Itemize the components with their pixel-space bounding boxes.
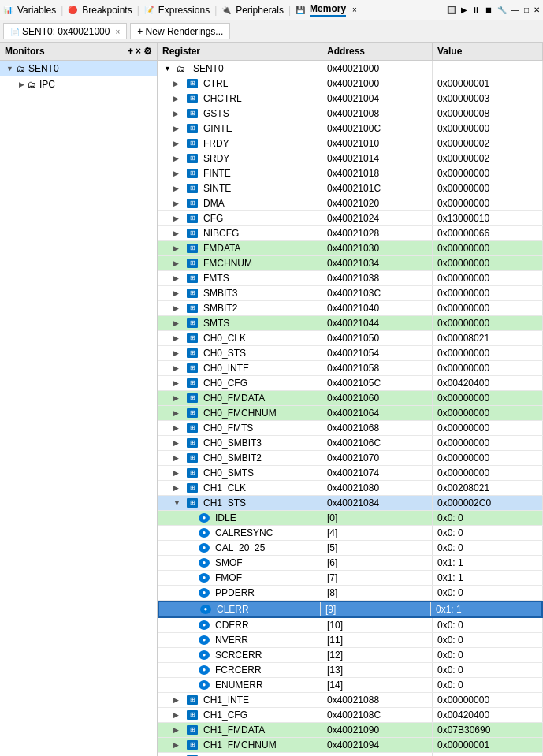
table-row[interactable]: ●IDLE[0]0x0: 0: [158, 511, 543, 526]
table-row[interactable]: ●CLERR[9]0x1: 1: [158, 601, 543, 618]
sidebar-item-ipc[interactable]: ▶ 🗂 IPC: [0, 76, 157, 92]
expand-chevron-icon[interactable]: ▶: [173, 155, 181, 162]
add-monitor-button[interactable]: +: [128, 46, 133, 57]
table-row[interactable]: ▶⊞SMBIT20x400210400x00000000: [158, 301, 543, 316]
table-row[interactable]: ▶⊞CH0_SMBIT30x4002106C0x00000000: [158, 436, 543, 451]
tab-peripherals[interactable]: Peripherals: [236, 5, 284, 16]
expand-chevron-icon[interactable]: ▶: [173, 726, 181, 734]
expand-chevron-icon[interactable]: ▶: [173, 95, 181, 102]
table-row[interactable]: ●SCRCERR[12]0x0: 0: [158, 648, 543, 663]
table-row[interactable]: ▶⊞NIBCFG0x400210280x00000066: [158, 226, 543, 241]
table-row[interactable]: ▶⊞CH0_FMCHNUM0x400210640x00000000: [158, 406, 543, 421]
table-row[interactable]: ▶⊞CH0_CFG0x4002105C0x00420400: [158, 376, 543, 391]
table-row[interactable]: ●CAL_20_25[5]0x0: 0: [158, 541, 543, 556]
address-tab-close[interactable]: ×: [115, 28, 120, 36]
table-row[interactable]: ▶⊞CH1_INTE0x400210880x00000000: [158, 693, 543, 708]
expand-chevron-icon[interactable]: ▶: [173, 274, 181, 282]
expand-chevron-icon[interactable]: ▼: [164, 65, 171, 73]
table-row[interactable]: ▶⊞CH0_INTE0x400210580x00000000: [158, 361, 543, 376]
sidebar-item-sent0[interactable]: ▼ 🗂 SENT0: [0, 61, 157, 76]
expand-chevron-icon[interactable]: ▶: [173, 80, 181, 88]
expand-chevron-icon[interactable]: ▶: [173, 711, 181, 719]
table-row[interactable]: ▶⊞CTRL0x400210000x00000001: [158, 76, 543, 91]
expand-chevron-icon[interactable]: ▶: [173, 244, 181, 252]
table-row[interactable]: ●CDERR[10]0x0: 0: [158, 618, 543, 633]
expand-chevron-icon[interactable]: ▶: [173, 334, 181, 342]
expand-chevron-icon[interactable]: ▶: [173, 379, 181, 387]
expand-chevron-icon[interactable]: ▶: [173, 229, 181, 237]
table-row[interactable]: ●FCRCERR[13]0x0: 0: [158, 663, 543, 678]
table-row[interactable]: ▶⊞CH0_SMBIT20x400210700x00000000: [158, 451, 543, 466]
table-row[interactable]: ▶⊞SMBIT30x4002103C0x00000000: [158, 286, 543, 301]
table-row[interactable]: ▶⊞FRDY0x400210100x00000002: [158, 136, 543, 151]
toolbar-icon-4[interactable]: ⏹: [485, 6, 493, 14]
expand-chevron-icon[interactable]: ▶: [173, 469, 181, 477]
toolbar-icon-5[interactable]: 🔧: [497, 6, 507, 14]
table-row[interactable]: ▶⊞DMA0x400210200x00000000: [158, 196, 543, 211]
new-renderings-tab[interactable]: + New Renderings...: [130, 23, 230, 39]
toolbar-icon-1[interactable]: 🔲: [447, 6, 456, 14]
table-row[interactable]: ▶⊞CHCTRL0x400210040x00000003: [158, 91, 543, 106]
table-row[interactable]: ▶⊞GINTE0x4002100C0x00000000: [158, 121, 543, 136]
table-row[interactable]: ▼🗂SENT00x40021000: [158, 61, 543, 76]
table-row[interactable]: ▶⊞CH1_CFG0x4002108C0x00420400: [158, 708, 543, 723]
expand-chevron-icon[interactable]: ▶: [173, 696, 181, 704]
maximize-icon[interactable]: □: [524, 6, 529, 14]
table-row[interactable]: ▶⊞CH0_FMDATA0x400210600x00000000: [158, 391, 543, 406]
expand-chevron-icon[interactable]: ▶: [173, 259, 181, 267]
table-row[interactable]: ●SMOF[6]0x1: 1: [158, 556, 543, 571]
toolbar-icon-2[interactable]: ▶: [461, 6, 467, 14]
minimize-icon[interactable]: —: [511, 6, 519, 14]
expand-chevron-icon[interactable]: ▶: [173, 394, 181, 402]
close-window-icon[interactable]: ✕: [534, 6, 540, 14]
table-row[interactable]: ●CALRESYNC[4]0x0: 0: [158, 526, 543, 541]
table-row[interactable]: ●ENUMERR[14]0x0: 0: [158, 678, 543, 693]
expand-chevron-icon[interactable]: ▶: [173, 319, 181, 327]
config-monitor-button[interactable]: ⚙: [143, 46, 152, 57]
tab-breakpoints[interactable]: Breakpoints: [82, 5, 132, 16]
expand-chevron-icon[interactable]: ▶: [173, 484, 181, 492]
remove-monitor-button[interactable]: ×: [136, 46, 141, 57]
expand-chevron-icon[interactable]: ▶: [173, 184, 181, 192]
expand-chevron-icon[interactable]: ▶: [173, 424, 181, 432]
tab-close-icon[interactable]: ×: [352, 6, 357, 14]
expand-chevron-icon[interactable]: ▶: [173, 169, 181, 177]
table-row[interactable]: ▶⊞FMTS0x400210380x00000000: [158, 271, 543, 286]
expand-chevron-icon[interactable]: ▶: [173, 214, 181, 222]
table-row[interactable]: ●FMOF[7]0x1: 1: [158, 571, 543, 586]
table-row[interactable]: ▶⊞CH1_CLK0x400210800x00208021: [158, 481, 543, 496]
table-row[interactable]: ▶⊞CH1_FMTS0x400210980x0052A1B9: [158, 753, 543, 756]
table-row[interactable]: ●PPDERR[8]0x0: 0: [158, 586, 543, 601]
table-row[interactable]: ▼⊞CH1_STS0x400210840x000002C0: [158, 496, 543, 511]
expand-chevron-icon[interactable]: ▶: [173, 199, 181, 207]
expand-chevron-icon[interactable]: ▶: [173, 140, 181, 147]
expand-chevron-icon[interactable]: ▶: [173, 409, 181, 417]
table-row[interactable]: ▶⊞CH1_FMDATA0x400210900x07B30690: [158, 723, 543, 738]
expand-chevron-icon[interactable]: ▶: [173, 349, 181, 357]
tab-variables[interactable]: Variables: [17, 5, 56, 16]
table-row[interactable]: ▶⊞SMTS0x400210440x00000000: [158, 316, 543, 331]
tab-memory[interactable]: Memory: [310, 3, 346, 17]
table-row[interactable]: ▶⊞GSTS0x400210080x00000008: [158, 106, 543, 121]
tab-expressions[interactable]: Expressions: [158, 5, 210, 16]
address-tab[interactable]: 📄 SENT0: 0x40021000 ×: [3, 23, 127, 39]
expand-chevron-icon[interactable]: ▶: [173, 454, 181, 462]
expand-chevron-icon[interactable]: ▶: [173, 364, 181, 372]
expand-chevron-icon[interactable]: ▶: [173, 125, 181, 132]
expand-chevron-icon[interactable]: ▶: [173, 741, 181, 749]
expand-chevron-icon[interactable]: ▶: [173, 304, 181, 312]
table-row[interactable]: ▶⊞SRDY0x400210140x00000002: [158, 151, 543, 166]
table-row[interactable]: ▶⊞CFG0x400210240x13000010: [158, 211, 543, 226]
expand-chevron-icon[interactable]: ▶: [173, 289, 181, 297]
table-row[interactable]: ●NVERR[11]0x0: 0: [158, 633, 543, 648]
table-row[interactable]: ▶⊞FMCHNUM0x400210340x00000000: [158, 256, 543, 271]
table-row[interactable]: ▶⊞SINTE0x4002101C0x00000000: [158, 181, 543, 196]
table-row[interactable]: ▶⊞CH0_STS0x400210540x00000000: [158, 346, 543, 361]
toolbar-icon-3[interactable]: ⏸: [472, 6, 480, 14]
table-row[interactable]: ▶⊞FINTE0x400210180x00000000: [158, 166, 543, 181]
table-row[interactable]: ▶⊞CH0_CLK0x400210500x00008021: [158, 331, 543, 346]
expand-chevron-icon[interactable]: ▶: [173, 110, 181, 117]
table-row[interactable]: ▶⊞CH1_FMCHNUM0x400210940x00000001: [158, 738, 543, 753]
table-row[interactable]: ▶⊞FMDATA0x400210300x00000000: [158, 241, 543, 256]
expand-chevron-icon[interactable]: ▼: [173, 499, 181, 507]
